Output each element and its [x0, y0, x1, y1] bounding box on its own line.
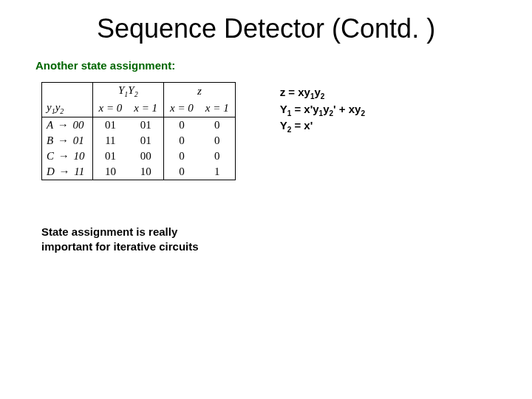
note-line1: State assignment is really	[41, 225, 199, 239]
cell: 11	[92, 133, 128, 149]
cell: 1	[200, 164, 235, 180]
state-name: D	[47, 166, 55, 177]
cell: 0	[164, 117, 200, 134]
cell: 0	[200, 149, 235, 164]
state-table: Y1Y2 z y1y2 x = 0 x = 1 x = 0 x = 1 A → …	[41, 82, 236, 180]
page-title: Sequence Detector (Contd. )	[0, 0, 532, 59]
corner-sub2: 2	[60, 107, 64, 115]
col-x1-z: x = 1	[200, 100, 235, 117]
footnote: State assignment is really important for…	[41, 223, 199, 255]
eq-y1: Y1 = x'y1y2' + xy2	[280, 102, 365, 119]
cell: 0	[200, 133, 235, 149]
cell: 10	[92, 164, 128, 180]
corner-label: y	[47, 101, 52, 113]
state-code: 11	[74, 166, 84, 177]
cell: 10	[128, 164, 163, 180]
cell: 01	[128, 117, 163, 134]
cell: 01	[128, 133, 163, 149]
z-group-header: z	[164, 83, 236, 100]
cell: 01	[92, 149, 128, 164]
state-code: 00	[72, 119, 83, 131]
state-name: C	[47, 150, 54, 162]
eq-z: z = xy1y2	[280, 85, 365, 102]
note-line2: important for iterative circuits	[41, 239, 199, 254]
table-row: C → 10 01 00 0 0	[42, 149, 236, 164]
cell: 00	[128, 149, 163, 164]
state-code: 10	[74, 150, 85, 162]
cell: 0	[164, 133, 200, 149]
cell: 0	[164, 149, 200, 164]
content-row: Y1Y2 z y1y2 x = 0 x = 1 x = 0 x = 1 A → …	[0, 82, 532, 180]
col-x0-y: x = 0	[92, 100, 128, 117]
state-name: B	[47, 134, 53, 146]
y-sub2: 2	[134, 90, 138, 98]
col-x1-y: x = 1	[128, 100, 163, 117]
table-row: A → 00 01 01 0 0	[42, 117, 236, 134]
equations-block: z = xy1y2 Y1 = x'y1y2' + xy2 Y2 = x'	[280, 85, 365, 135]
cell: 0	[164, 164, 200, 180]
eq-y2: Y2 = x'	[280, 118, 365, 135]
table-row: D → 11 10 10 0 1	[42, 164, 236, 180]
y-group-header2: Y	[128, 84, 134, 96]
state-code: 01	[73, 134, 84, 146]
state-name: A	[47, 119, 53, 131]
subtitle: Another state assignment:	[35, 59, 532, 72]
col-x0-z: x = 0	[164, 100, 200, 117]
table-row: B → 01 11 01 0 0	[42, 133, 236, 149]
cell: 0	[200, 117, 235, 134]
cell: 01	[92, 117, 128, 134]
